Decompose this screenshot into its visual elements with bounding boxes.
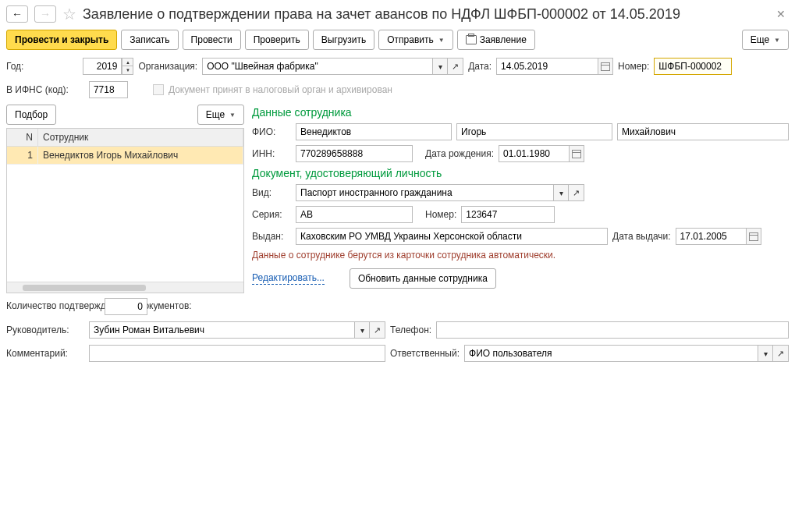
nav-back-button[interactable]: ← bbox=[6, 5, 28, 23]
send-button[interactable]: Отправить ▼ bbox=[378, 30, 453, 50]
manager-input[interactable] bbox=[89, 321, 354, 339]
window-title: Заявление о подтверждении права на зачет… bbox=[83, 6, 767, 23]
org-input[interactable] bbox=[202, 58, 432, 75]
manager-open-button[interactable]: ↗ bbox=[370, 321, 385, 339]
lastname-input[interactable] bbox=[296, 123, 452, 140]
org-label: Организация: bbox=[138, 61, 197, 72]
firstname-input[interactable] bbox=[456, 123, 612, 140]
refresh-employee-button[interactable]: Обновить данные сотрудника bbox=[350, 268, 496, 289]
responsible-dropdown-button[interactable]: ▾ bbox=[758, 345, 773, 362]
open-icon: ↗ bbox=[573, 188, 580, 198]
more-button-label: Еще bbox=[751, 34, 769, 45]
archived-checkbox bbox=[153, 84, 164, 95]
middlename-input[interactable] bbox=[617, 123, 789, 140]
birth-calendar-button[interactable] bbox=[569, 145, 584, 162]
nav-forward-button[interactable]: → bbox=[34, 5, 56, 23]
number-input[interactable] bbox=[654, 58, 732, 75]
manager-dropdown-button[interactable]: ▾ bbox=[354, 321, 370, 339]
doc-issue-date-input[interactable] bbox=[676, 228, 746, 245]
phone-input[interactable] bbox=[436, 321, 789, 339]
manager-label: Руководитель: bbox=[6, 325, 84, 335]
doc-number-label: Номер: bbox=[425, 209, 456, 220]
check-button[interactable]: Проверить bbox=[245, 30, 309, 50]
responsible-input[interactable] bbox=[464, 345, 758, 362]
comment-label: Комментарий: bbox=[6, 348, 84, 359]
archived-label: Документ принят в налоговый орган и архи… bbox=[169, 84, 392, 95]
calendar-icon bbox=[572, 150, 581, 158]
pick-button[interactable]: Подбор bbox=[6, 105, 56, 125]
doc-issued-label: Выдан: bbox=[252, 231, 291, 242]
date-calendar-button[interactable] bbox=[598, 58, 613, 75]
doc-kind-input[interactable] bbox=[296, 184, 553, 201]
year-up-button[interactable]: ▲ bbox=[122, 58, 133, 66]
printer-icon bbox=[466, 35, 477, 44]
doc-issue-date-calendar-button[interactable] bbox=[746, 228, 761, 245]
doccount-input[interactable] bbox=[105, 298, 147, 315]
inn-input[interactable] bbox=[296, 145, 413, 162]
open-icon: ↗ bbox=[452, 62, 459, 72]
chevron-down-icon: ▼ bbox=[229, 112, 236, 119]
ifns-label: В ИФНС (код): bbox=[6, 84, 69, 95]
number-label: Номер: bbox=[618, 61, 649, 72]
print-declaration-button[interactable]: Заявление bbox=[457, 30, 535, 50]
responsible-label: Ответственный: bbox=[390, 348, 460, 359]
open-icon: ↗ bbox=[777, 349, 784, 359]
date-input[interactable] bbox=[496, 58, 598, 75]
post-and-close-button[interactable]: Провести и закрыть bbox=[6, 30, 117, 50]
iddoc-section-title: Документ, удостоверяющий личность bbox=[252, 167, 789, 179]
employees-grid[interactable]: N Сотрудник 1 Венедиктов Игорь Михайлови… bbox=[6, 128, 244, 293]
comment-input[interactable] bbox=[89, 345, 385, 362]
horizontal-scrollbar[interactable] bbox=[7, 282, 243, 293]
doc-number-input[interactable] bbox=[461, 206, 555, 223]
chevron-down-icon: ▼ bbox=[774, 37, 780, 44]
org-dropdown-button[interactable]: ▾ bbox=[432, 58, 448, 75]
more-button[interactable]: Еще ▼ bbox=[742, 30, 789, 50]
year-label: Год: bbox=[6, 61, 23, 72]
birth-input[interactable] bbox=[499, 145, 569, 162]
org-open-button[interactable]: ↗ bbox=[448, 58, 463, 75]
doc-kind-label: Вид: bbox=[252, 187, 291, 198]
close-icon[interactable]: ✕ bbox=[773, 6, 789, 22]
doc-series-input[interactable] bbox=[296, 206, 413, 223]
doc-issue-date-label: Дата выдачи: bbox=[612, 231, 671, 242]
responsible-open-button[interactable]: ↗ bbox=[773, 345, 789, 362]
col-header-employee[interactable]: Сотрудник bbox=[38, 129, 243, 146]
grid-more-button[interactable]: Еще ▼ bbox=[197, 105, 244, 125]
calendar-icon bbox=[749, 232, 758, 241]
grid-more-label: Еще bbox=[206, 109, 225, 120]
phone-label: Телефон: bbox=[390, 325, 431, 335]
date-label: Дата: bbox=[468, 61, 492, 72]
employee-section-title: Данные сотрудника bbox=[252, 106, 789, 119]
calendar-icon bbox=[601, 62, 610, 71]
doc-kind-dropdown-button[interactable]: ▾ bbox=[553, 184, 569, 201]
fio-label: ФИО: bbox=[252, 126, 291, 137]
chevron-down-icon: ▼ bbox=[438, 37, 445, 44]
doc-kind-open-button[interactable]: ↗ bbox=[569, 184, 584, 201]
open-icon: ↗ bbox=[374, 325, 381, 335]
export-button[interactable]: Выгрузить bbox=[313, 30, 375, 50]
print-declaration-label: Заявление bbox=[480, 34, 527, 45]
post-button[interactable]: Провести bbox=[183, 30, 241, 50]
edit-link[interactable]: Редактировать... bbox=[252, 272, 325, 285]
ifns-input[interactable] bbox=[89, 81, 128, 98]
inn-label: ИНН: bbox=[252, 148, 291, 159]
autodata-note: Данные о сотруднике берутся из карточки … bbox=[252, 250, 789, 261]
row-employee: Венедиктов Игорь Михайлович bbox=[38, 147, 243, 164]
birth-label: Дата рождения: bbox=[425, 148, 494, 159]
doc-issued-input[interactable] bbox=[296, 228, 608, 245]
doccount-label: Количество подтверждающих документов: bbox=[6, 300, 100, 313]
save-button[interactable]: Записать bbox=[121, 30, 178, 50]
year-input[interactable] bbox=[83, 58, 122, 75]
year-down-button[interactable]: ▼ bbox=[122, 66, 133, 75]
row-number: 1 bbox=[7, 147, 38, 164]
table-row[interactable]: 1 Венедиктов Игорь Михайлович bbox=[7, 147, 243, 165]
favorite-star-icon[interactable]: ☆ bbox=[62, 5, 76, 23]
col-header-number[interactable]: N bbox=[7, 129, 38, 146]
doc-series-label: Серия: bbox=[252, 209, 291, 220]
send-button-label: Отправить bbox=[387, 34, 434, 45]
